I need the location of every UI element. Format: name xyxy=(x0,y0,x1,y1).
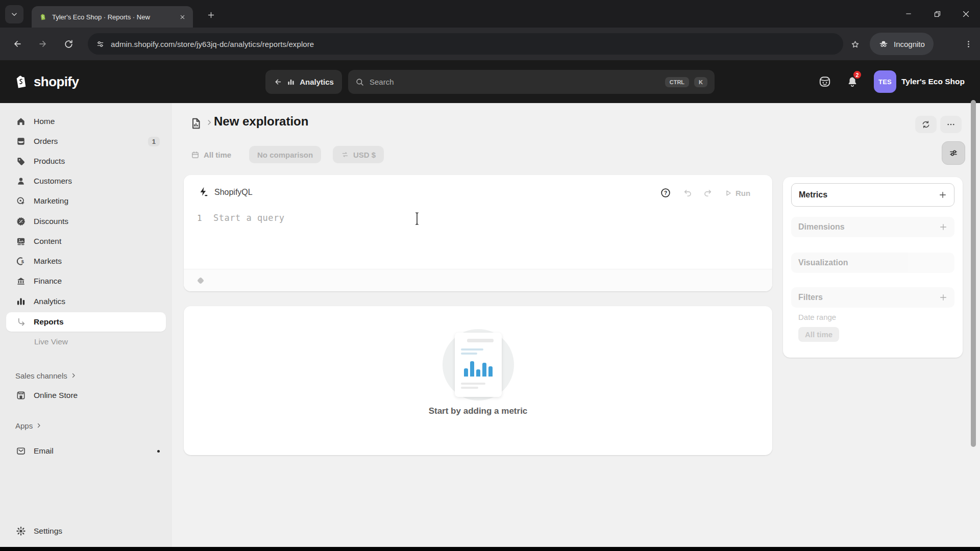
bookmark-star-button[interactable] xyxy=(847,37,863,52)
chevron-down-icon xyxy=(11,11,18,18)
sidebar-item-markets[interactable]: $ Markets xyxy=(6,252,166,271)
back-button[interactable] xyxy=(7,34,28,54)
media-icon xyxy=(16,236,26,246)
shopify-logo[interactable]: shopify xyxy=(13,60,79,103)
bar-chart-icon xyxy=(287,78,295,86)
sidebar-item-products[interactable]: Products xyxy=(6,152,166,171)
gear-icon xyxy=(16,526,26,536)
editor-redo-button[interactable] xyxy=(699,185,716,201)
undo-icon xyxy=(683,188,693,198)
incognito-badge: Incognito xyxy=(870,33,934,55)
shopify-bag-icon xyxy=(13,73,30,90)
store-name[interactable]: Tyler's Eco Shop xyxy=(901,60,965,103)
sidebar-item-reports[interactable]: Reports xyxy=(6,312,166,332)
visualization-section[interactable]: Visualization xyxy=(791,253,954,273)
calendar-icon xyxy=(191,151,200,159)
sidebar-nav: Home Orders 1 Products Customers Marketi… xyxy=(0,103,172,547)
comparison-pill[interactable]: No comparison xyxy=(249,146,321,163)
bottom-strip xyxy=(0,547,980,551)
page-scrollbar[interactable] xyxy=(971,100,976,447)
editor-undo-button[interactable] xyxy=(680,185,696,201)
sidebar-item-analytics[interactable]: Analytics xyxy=(6,292,166,311)
window-restore-button[interactable] xyxy=(923,0,951,28)
reload-icon xyxy=(64,39,74,49)
sidebar-item-content[interactable]: Content xyxy=(6,232,166,251)
apps-header[interactable]: Apps xyxy=(15,419,42,432)
bar-chart-icon xyxy=(16,296,26,307)
arrow-right-icon xyxy=(38,39,48,49)
breadcrumb-chevron-icon xyxy=(206,119,213,126)
sidebar-item-live-view[interactable]: Live View xyxy=(6,332,166,352)
edit-panel-toggle-button[interactable] xyxy=(942,141,965,165)
browser-tab[interactable]: Tyler's Eco Shop · Reports · New xyxy=(32,6,193,28)
site-info-icon xyxy=(96,40,105,48)
mini-bar-chart xyxy=(464,359,493,377)
analytics-back-button[interactable]: Analytics xyxy=(265,70,342,94)
refresh-report-button[interactable] xyxy=(915,116,937,133)
filters-section[interactable]: Filters xyxy=(791,287,954,308)
editor-help-button[interactable]: ? xyxy=(657,185,674,201)
sidekick-button[interactable] xyxy=(816,72,834,91)
date-range-chip[interactable]: All time xyxy=(798,327,839,342)
report-file-button[interactable] xyxy=(189,116,203,131)
close-icon xyxy=(180,14,185,20)
help-circle-icon: ? xyxy=(660,187,671,198)
sidebar-item-customers[interactable]: Customers xyxy=(6,171,166,191)
chevron-right-icon xyxy=(36,422,42,429)
arrow-left-icon xyxy=(12,39,22,49)
sync-icon xyxy=(921,120,930,129)
exchange-icon xyxy=(341,151,349,159)
ellipsis-icon xyxy=(946,120,955,129)
shopifyql-bolt-icon xyxy=(198,186,209,197)
main-content: New exploration All time No comparison U… xyxy=(172,103,980,547)
metrics-section[interactable]: Metrics xyxy=(791,183,954,207)
editor-query-input[interactable]: Start a query xyxy=(213,213,285,223)
email-icon xyxy=(16,446,26,456)
editor-run-button[interactable]: Run xyxy=(724,185,750,201)
report-file-icon xyxy=(189,117,203,130)
sidebar-item-marketing[interactable]: Marketing xyxy=(6,191,166,211)
add-metric-icon[interactable] xyxy=(939,191,947,199)
window-close-button[interactable] xyxy=(951,0,980,28)
search-placeholder: Search xyxy=(370,78,660,86)
store-avatar[interactable]: TES xyxy=(874,70,896,93)
currency-pill[interactable]: USD $ xyxy=(333,146,384,163)
empty-state-message: Start by adding a metric xyxy=(184,406,772,416)
store-initials: TES xyxy=(878,78,892,86)
sidebar-item-discounts[interactable]: Discounts xyxy=(6,212,166,231)
reload-button[interactable] xyxy=(58,34,79,54)
new-tab-button[interactable] xyxy=(203,7,218,22)
add-dimension-icon[interactable] xyxy=(939,223,947,231)
empty-state-illustration xyxy=(440,327,517,403)
bank-icon xyxy=(16,276,26,286)
window-minimize-button[interactable] xyxy=(894,0,923,28)
analytics-back-label: Analytics xyxy=(300,78,334,86)
add-filter-icon[interactable] xyxy=(939,293,947,302)
sidebar-item-finance[interactable]: Finance xyxy=(6,271,166,291)
url-bar[interactable]: admin.shopify.com/store/jy63jq-dc/analyt… xyxy=(88,33,843,55)
sales-channels-header[interactable]: Sales channels xyxy=(15,369,77,382)
sidebar-item-email[interactable]: Email xyxy=(6,441,166,461)
svg-text:$: $ xyxy=(21,259,24,264)
sidebar-item-orders[interactable]: Orders 1 xyxy=(6,132,166,151)
sidebar-item-online-store[interactable]: Online Store xyxy=(6,386,166,405)
tab-title: Tyler's Eco Shop · Reports · New xyxy=(52,13,172,21)
forward-button[interactable] xyxy=(33,34,53,54)
notifications-button[interactable]: 2 xyxy=(843,72,862,91)
tab-close-button[interactable] xyxy=(177,11,188,22)
chevron-right-icon xyxy=(70,372,77,379)
dimensions-section[interactable]: Dimensions xyxy=(791,217,954,237)
sidebar-item-settings[interactable]: Settings xyxy=(6,521,166,541)
target-cursor-icon xyxy=(16,196,26,206)
shortcut-ctrl-badge: CTRL xyxy=(665,77,689,87)
editor-status-bar xyxy=(184,269,772,291)
browser-menu-button[interactable] xyxy=(961,36,976,52)
tab-search-button[interactable] xyxy=(5,5,23,23)
play-icon xyxy=(724,189,732,197)
sidebar-item-home[interactable]: Home xyxy=(6,112,166,131)
browser-toolbar: admin.shopify.com/store/jy63jq-dc/analyt… xyxy=(0,28,980,60)
date-range-pill[interactable]: All time xyxy=(191,146,231,163)
tag-icon xyxy=(16,156,26,166)
search-input[interactable]: Search CTRL K xyxy=(348,70,715,94)
more-actions-button[interactable] xyxy=(940,116,962,133)
